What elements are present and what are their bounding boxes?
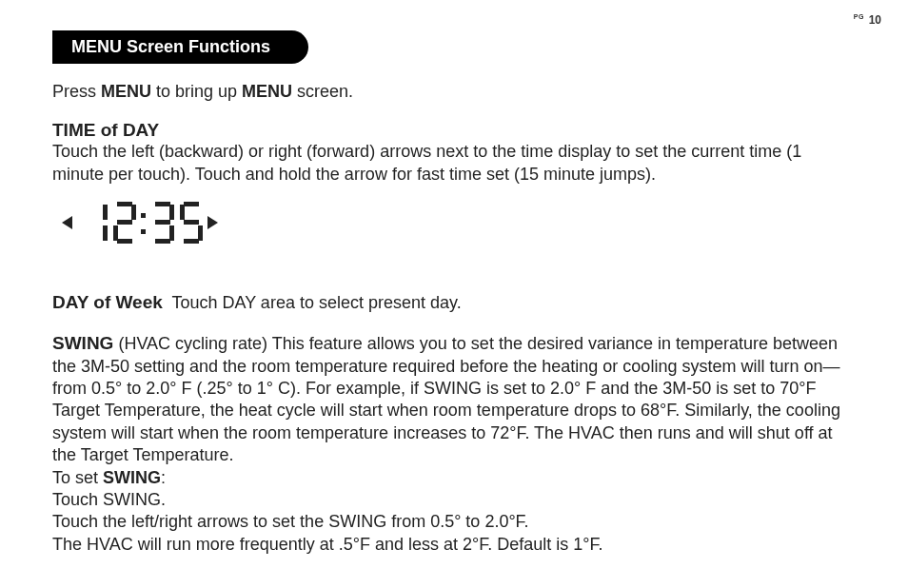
time-display xyxy=(93,200,206,245)
page-number-label: PG xyxy=(854,13,864,20)
page-number-value: 10 xyxy=(869,13,881,27)
intro-line: Press MENU to bring up MENU screen. xyxy=(52,81,856,103)
day-of-week-line: DAY of Week Touch DAY area to select pre… xyxy=(52,291,856,315)
day-of-week-heading: DAY of Week xyxy=(52,292,163,312)
swing-line-4: The HVAC will run more frequently at .5°… xyxy=(52,534,856,556)
digit-3 xyxy=(151,202,174,244)
digit-1 xyxy=(96,202,108,244)
swing-toset-suffix: : xyxy=(161,468,166,487)
intro-bold-1: MENU xyxy=(101,82,151,101)
section-header: MENU Screen Functions xyxy=(52,30,308,64)
time-of-day-text: Touch the left (backward) or right (forw… xyxy=(52,141,856,186)
intro-prefix: Press xyxy=(52,82,101,101)
day-of-week-text: Touch DAY area to select present day. xyxy=(163,293,462,312)
swing-toset-prefix: To set xyxy=(52,468,103,487)
time-back-icon[interactable] xyxy=(62,216,72,229)
swing-toset-bold: SWING xyxy=(103,468,161,487)
manual-page: PG 10 MENU Screen Functions Press MENU t… xyxy=(0,0,908,588)
time-control xyxy=(62,200,856,245)
intro-mid: to bring up xyxy=(151,82,242,101)
time-forward-icon[interactable] xyxy=(207,216,218,229)
time-colon xyxy=(140,202,148,244)
intro-bold-2: MENU xyxy=(242,82,292,101)
page-number: PG 10 xyxy=(854,13,881,27)
swing-line-3: Touch the left/right arrows to set the S… xyxy=(52,511,856,533)
intro-suffix: screen. xyxy=(292,82,353,101)
swing-text: (HVAC cycling rate) This feature allows … xyxy=(52,334,840,464)
digit-2 xyxy=(113,202,136,244)
swing-paragraph: SWING (HVAC cycling rate) This feature a… xyxy=(52,332,856,467)
swing-heading: SWING xyxy=(52,333,113,353)
swing-line-2: Touch SWING. xyxy=(52,489,856,511)
digit-4 xyxy=(180,202,203,244)
swing-toset-line: To set SWING: xyxy=(52,467,856,489)
time-of-day-heading: TIME of DAY xyxy=(52,120,856,141)
